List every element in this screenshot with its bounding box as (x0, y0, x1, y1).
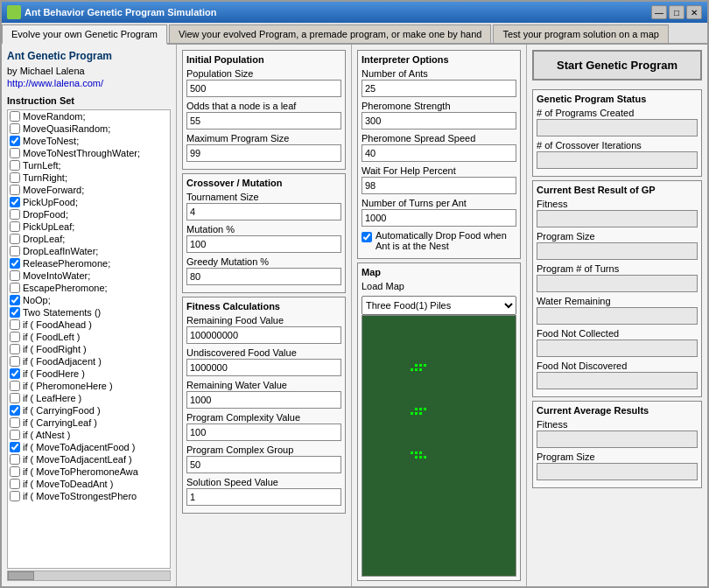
field-input-initial-pop-fields-0[interactable] (186, 80, 341, 97)
tab-view[interactable]: View your evolved Program, a premade pro… (169, 24, 491, 43)
instruction-checkbox-9[interactable] (10, 221, 20, 232)
instruction-item: if ( FoodRight ) (8, 343, 170, 355)
instruction-item: ReleasePheromone; (8, 257, 170, 270)
instruction-item: if ( LeafHere ) (8, 392, 170, 404)
auto-drop-food-checkbox[interactable] (362, 232, 372, 242)
instruction-label: DropLeafInWater; (23, 246, 98, 256)
instruction-checkbox-28[interactable] (10, 454, 20, 465)
right-panel: Start Genetic Program Genetic Program St… (527, 45, 707, 586)
field-input-interpreter-fields-0[interactable] (362, 80, 516, 97)
instruction-checkbox-12[interactable] (10, 258, 20, 269)
tab-test[interactable]: Test your program solution on a map (493, 24, 669, 43)
instruction-checkbox-2[interactable] (10, 136, 20, 146)
field-input-interpreter-fields-3[interactable] (362, 177, 516, 194)
instruction-label: if ( FoodLeft ) (23, 332, 80, 342)
field-input-fitness-fields-3[interactable] (186, 424, 341, 441)
instruction-checkbox-6[interactable] (10, 185, 20, 195)
instruction-checkbox-18[interactable] (10, 332, 20, 342)
field-input-initial-pop-fields-2[interactable] (186, 144, 341, 162)
field-label-fitness-fields-5: Solution Speed Value (186, 477, 341, 487)
instruction-checkbox-30[interactable] (10, 479, 20, 489)
instruction-checkbox-4[interactable] (10, 160, 20, 171)
field-input-fitness-fields-4[interactable] (186, 456, 341, 473)
instruction-checkbox-20[interactable] (10, 356, 20, 367)
instruction-item: PickUpLeaf; (8, 220, 170, 233)
field-input-best-result-fields-0 (537, 210, 698, 228)
field-input-fitness-fields-0[interactable] (186, 326, 341, 344)
instruction-checkbox-24[interactable] (10, 405, 20, 416)
instruction-item: if ( MoveToAdjacentFood ) (8, 441, 170, 453)
average-results-section: Current Average Results FitnessProgram S… (532, 401, 702, 488)
field-input-initial-pop-fields-1[interactable] (186, 112, 341, 130)
maximize-button[interactable]: □ (669, 5, 684, 19)
gp-status-section: Genetic Program Status # of Programs Cre… (532, 89, 702, 177)
close-button[interactable]: ✕ (686, 5, 702, 19)
instruction-checkbox-31[interactable] (10, 491, 20, 501)
food-dot (419, 408, 422, 410)
instruction-item: MoveForward; (8, 184, 170, 196)
instruction-checkbox-3[interactable] (10, 148, 20, 158)
instruction-checkbox-17[interactable] (10, 319, 20, 330)
food-dot (424, 364, 426, 367)
interpreter-options-title: Interpreter Options (362, 54, 516, 65)
minimize-button[interactable]: — (651, 5, 667, 19)
instruction-checkbox-27[interactable] (10, 442, 20, 452)
food-dot (419, 452, 422, 454)
instruction-checkbox-14[interactable] (10, 283, 20, 293)
left-panel: Ant Genetic Program by Michael Lalena ht… (2, 45, 177, 586)
field-label-initial-pop-fields-2: Maximum Program Size (186, 133, 341, 144)
instruction-checkbox-10[interactable] (10, 234, 20, 244)
initial-population-title: Initial Population (186, 54, 341, 65)
field-label-best-result-fields-3: Water Remaining (537, 296, 698, 306)
instruction-label: MoveQuasiRandom; (23, 123, 110, 134)
instruction-checkbox-22[interactable] (10, 381, 20, 391)
field-input-interpreter-fields-2[interactable] (362, 144, 516, 162)
instruction-checkbox-23[interactable] (10, 393, 20, 403)
instruction-checkbox-8[interactable] (10, 209, 20, 220)
instruction-label: if ( FoodRight ) (23, 344, 87, 354)
instruction-checkbox-25[interactable] (10, 417, 20, 428)
instruction-checkbox-7[interactable] (10, 197, 20, 207)
field-input-fitness-fields-1[interactable] (186, 359, 341, 376)
field-label-average-results-fields-1: Program Size (537, 452, 698, 462)
instruction-item: if ( FoodHere ) (8, 368, 170, 380)
instruction-checkbox-29[interactable] (10, 466, 20, 477)
field-input-crossover-fields-0[interactable] (186, 203, 341, 220)
instruction-checkbox-13[interactable] (10, 270, 20, 281)
instruction-label: DropLeaf; (23, 234, 65, 244)
field-label-gp-status-fields-1: # of Crossover Iterations (537, 140, 698, 150)
food-dot (419, 364, 422, 367)
start-genetic-program-button[interactable]: Start Genetic Program (532, 50, 702, 80)
instruction-label: if ( PheromoneHere ) (23, 381, 113, 391)
field-input-fitness-fields-2[interactable] (186, 391, 341, 409)
field-input-best-result-fields-3 (537, 307, 698, 325)
field-input-interpreter-fields-1[interactable] (362, 112, 516, 130)
load-map-label: Load Map (362, 281, 516, 291)
instruction-checkbox-15[interactable] (10, 295, 20, 305)
instruction-checkbox-0[interactable] (10, 111, 20, 122)
instruction-checkbox-21[interactable] (10, 368, 20, 379)
instruction-label: if ( MoveToAdjacentFood ) (23, 442, 135, 452)
instruction-item: MoveRandom; (8, 110, 170, 122)
field-input-fitness-fields-5[interactable] (186, 488, 341, 506)
map-select[interactable]: Three Food(1) PilesOne Food PileTwo Food… (362, 296, 516, 315)
field-input-interpreter-fields-4[interactable] (362, 209, 516, 227)
instruction-checkbox-26[interactable] (10, 430, 20, 440)
instruction-checkbox-16[interactable] (10, 307, 20, 318)
author-link[interactable]: http://www.lalena.com/ (7, 78, 171, 88)
crossover-mutation-section: Crossover / Mutation Tournament SizeMuta… (182, 173, 346, 293)
scroll-thumb[interactable] (8, 571, 34, 580)
instruction-checkbox-5[interactable] (10, 172, 20, 183)
field-input-best-result-fields-2 (537, 275, 698, 292)
instruction-checkbox-19[interactable] (10, 344, 20, 354)
instruction-scrollbar[interactable] (7, 570, 171, 581)
tab-evolve[interactable]: Evolve your own Genetic Program (2, 24, 167, 45)
instruction-checkbox-1[interactable] (10, 123, 20, 134)
instruction-checkbox-11[interactable] (10, 246, 20, 256)
food-dot (424, 408, 426, 410)
instruction-item: if ( PheromoneHere ) (8, 380, 170, 392)
field-input-crossover-fields-1[interactable] (186, 235, 341, 253)
field-input-crossover-fields-2[interactable] (186, 268, 341, 285)
fitness-calculations-section: Fitness Calculations Remaining Food Valu… (182, 297, 346, 514)
field-label-fitness-fields-2: Remaining Water Value (186, 380, 341, 390)
